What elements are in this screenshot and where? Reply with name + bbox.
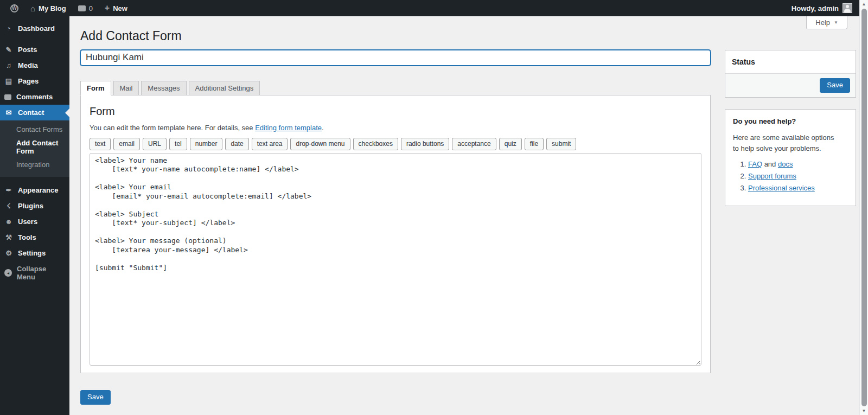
sidebar-item-posts[interactable]: ✎Posts [0,42,69,58]
tag-button-quiz[interactable]: quiz [499,138,522,150]
sidebar-item-tools[interactable]: ⚒Tools [0,229,69,245]
sidebar-item-label: Tools [18,233,36,241]
body-row: ◔Dashboard✎Posts♫Media▤PagesComments✉Con… [0,16,859,415]
need-help-intro: Here are some available options to help … [733,132,841,154]
my-account-menu[interactable]: Howdy, admin [792,0,859,16]
help-list-item: Support forums [748,172,848,180]
tab-messages[interactable]: Messages [141,81,186,95]
sidebar-item-label: Posts [18,46,37,54]
vertical-scrollbar[interactable]: ▲ ▼ [859,0,868,415]
admin-bar-left: W ⌂ My Blog 0 + New [0,0,133,16]
scroll-down-arrow-icon[interactable]: ▼ [860,407,868,415]
editing-form-template-link[interactable]: Editing form template [255,124,322,132]
comments-shortcut[interactable]: 0 [72,0,99,16]
sidebar-item-pages[interactable]: ▤Pages [0,73,69,89]
tag-button-submit[interactable]: submit [546,138,576,150]
sidebar-subitem-add-contact-form[interactable]: Add Contact Form [0,136,69,158]
sidebar-item-appearance[interactable]: ✒Appearance [0,182,69,198]
help-link-professional-services[interactable]: Professional services [748,184,815,192]
help-list-item: Professional services [748,184,848,192]
sidebar-item-contact[interactable]: ✉Contact [0,105,69,120]
need-help-list: FAQ and docsSupport forumsProfessional s… [733,160,848,192]
sidebar-subitem-integration[interactable]: Integration [0,158,69,171]
users-icon: ☻ [4,218,13,225]
content-columns: FormMailMessagesAdditional Settings Form… [80,50,856,405]
form-panel-heading: Form [90,105,701,118]
tag-button-text-area[interactable]: text area [252,138,288,150]
wp-logo-menu[interactable]: W [4,0,24,16]
help-link-faq[interactable]: FAQ [748,160,762,168]
sidebar-item-comments[interactable]: Comments [0,89,69,105]
sidebar-item-label: Media [18,61,38,69]
status-title: Status [725,50,856,73]
tab-mail[interactable]: Mail [113,81,139,95]
tag-generator-buttons: textemailURLtelnumberdatetext areadrop-d… [90,138,701,150]
form-panel: Form You can edit the form template here… [80,95,711,373]
sidebar-item-collapse[interactable]: ◄Collapse Menu [0,261,69,285]
chevron-down-icon: ▼ [834,20,838,25]
settings-icon: ⚙ [4,250,13,257]
admin-bar: W ⌂ My Blog 0 + New Howdy, admin [0,0,859,16]
save-button[interactable]: Save [80,390,111,405]
wordpress-admin: W ⌂ My Blog 0 + New Howdy, admin [0,0,868,415]
appearance-icon: ✒ [4,187,13,194]
media-icon: ♫ [4,62,13,69]
home-icon: ⌂ [30,4,35,12]
site-name-link[interactable]: ⌂ My Blog [24,0,72,16]
sidebar-item-plugins[interactable]: ☇Plugins [0,198,69,214]
new-label: New [113,4,127,12]
tools-icon: ⚒ [4,234,13,241]
plugins-icon: ☇ [4,202,13,209]
tag-button-date[interactable]: date [225,138,248,150]
sidebar-item-settings[interactable]: ⚙Settings [0,245,69,261]
tab-form[interactable]: Form [80,81,111,95]
tag-button-email[interactable]: email [113,138,140,150]
contact-submenu: Contact FormsAdd Contact FormIntegration [0,120,69,177]
form-title-input[interactable] [80,50,711,66]
admin-sidebar: ◔Dashboard✎Posts♫Media▤PagesComments✉Con… [0,16,69,415]
howdy-label: Howdy, admin [792,4,839,12]
comments-icon [4,94,11,100]
tag-button-radio-buttons[interactable]: radio buttons [401,138,449,150]
tag-button-file[interactable]: file [525,138,544,150]
collapse-icon: ◄ [4,269,12,277]
comment-bubble-icon [78,5,86,11]
sidebar-item-label: Plugins [18,202,43,210]
sidebar-item-users[interactable]: ☻Users [0,214,69,229]
sidebar-item-media[interactable]: ♫Media [0,58,69,73]
tag-button-drop-down-menu[interactable]: drop-down menu [290,138,350,150]
form-template-editor[interactable]: <label> Your name [text* your-name autoc… [90,153,701,366]
need-help-metabox: Do you need help? Here are some availabl… [725,109,856,206]
sidebar-item-label: Comments [16,93,53,101]
dashboard-icon: ◔ [4,25,13,32]
form-panel-description: You can edit the form template here. For… [90,124,701,132]
tag-button-number[interactable]: number [190,138,223,150]
status-save-button[interactable]: Save [820,78,850,93]
help-link-support-forums[interactable]: Support forums [748,172,796,180]
tag-button-text[interactable]: text [90,138,111,150]
tag-button-checkboxes[interactable]: checkboxes [353,138,398,150]
sidebar-item-label: Settings [18,249,46,257]
site-name-label: My Blog [39,4,66,12]
status-footer: Save [725,73,856,97]
sidebar-item-label: Collapse Menu [17,265,65,281]
meta-column: Status Save Do you need help? Here are s… [725,50,856,206]
tag-button-tel[interactable]: tel [169,138,187,150]
description-suffix: . [322,124,324,132]
sidebar-item-dashboard[interactable]: ◔Dashboard [0,21,69,36]
wordpress-logo-icon: W [10,4,18,12]
tag-button-acceptance[interactable]: acceptance [452,138,496,150]
sidebar-item-label: Contact [18,108,44,117]
sidebar-item-label: Pages [18,77,39,85]
scrollbar-thumb[interactable] [861,9,867,406]
tag-button-url[interactable]: URL [143,138,167,150]
sidebar-subitem-contact-forms[interactable]: Contact Forms [0,123,69,136]
help-link-docs[interactable]: docs [778,160,793,168]
help-tab-button[interactable]: Help ▼ [806,16,847,29]
new-content-menu[interactable]: + New [99,0,133,16]
scroll-up-arrow-icon[interactable]: ▲ [860,0,868,8]
need-help-title: Do you need help? [733,117,848,125]
help-list-item: FAQ and docs [748,160,848,168]
tab-additional-settings[interactable]: Additional Settings [189,81,260,95]
contact-icon: ✉ [4,109,13,116]
